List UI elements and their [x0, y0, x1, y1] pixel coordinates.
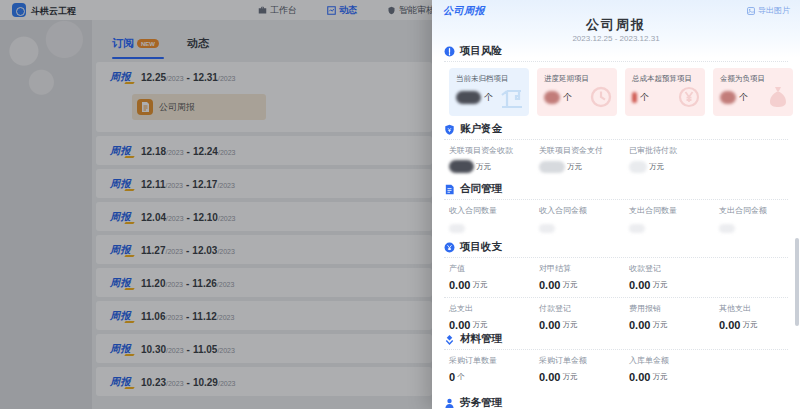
section-title: 项目风险	[460, 44, 502, 58]
redacted-value	[449, 160, 474, 173]
contracts-grid: 收入合同数量 收入合同金额 支出合同数量 支出合同金额	[432, 205, 800, 233]
section-title: 合同管理	[460, 182, 502, 196]
divider	[444, 199, 788, 200]
divider	[444, 297, 788, 298]
redacted-value	[629, 161, 647, 173]
metric-purchase-order-amount: 采购订单金额 0.00万元	[539, 355, 629, 383]
materials-grid: 采购订单数量 0个 采购订单金额 0.00万元 入库单金额 0.00万元	[432, 355, 800, 383]
section-title: 劳务管理	[460, 396, 502, 409]
yuan-icon	[677, 85, 701, 113]
metric-expense-contract-count: 支出合同数量	[629, 205, 719, 233]
metric-output-value: 产值 0.00万元	[449, 263, 539, 291]
metric-owner-settlement: 对甲结算 0.00万元	[539, 263, 629, 291]
metric-income-contract-amount: 收入合同金额	[539, 205, 629, 233]
metric-payment-register: 付款登记 0.00万元	[539, 303, 629, 331]
finance-coin-icon	[444, 242, 455, 253]
funds-grid: 关联项目资金收款 万元 关联项目资金支付 万元 已审批待付款 万元	[432, 145, 800, 173]
redacted-value	[720, 91, 736, 104]
export-image-icon	[747, 7, 755, 15]
section-project-risk: 项目风险 当前未归档项目 个 进度延期项目 个 总成本超预算项目 个	[432, 44, 800, 116]
section-labor-management: 劳务管理	[432, 396, 800, 409]
redacted-value	[539, 224, 555, 233]
metric-total-expense: 总支出 0.00万元	[449, 303, 539, 331]
redacted-value	[629, 224, 645, 233]
metric-approved-pending: 已审批待付款 万元	[629, 145, 719, 173]
finance-grid-row1: 产值 0.00万元 对甲结算 0.00万元 收款登记 0.00万元	[432, 263, 800, 291]
contract-doc-icon	[444, 184, 455, 195]
section-project-finance: 项目收支 产值 0.00万元 对甲结算 0.00万元 收款登记 0.00万元	[432, 240, 800, 331]
metric-inbound-amount: 入库单金额 0.00万元	[629, 355, 719, 383]
section-title: 材料管理	[460, 332, 502, 346]
divider	[444, 349, 788, 350]
risk-alert-icon	[444, 46, 455, 57]
crane-icon	[499, 85, 525, 113]
metric-funds-received: 关联项目资金收款 万元	[449, 145, 539, 173]
metric-income-contract-count: 收入合同数量	[449, 205, 539, 233]
metric-expense-contract-amount: 支出合同金额	[719, 205, 800, 233]
export-image-label: 导出图片	[758, 5, 790, 16]
metric-funds-paid: 关联项目资金支付 万元	[539, 145, 629, 173]
section-title: 账户资金	[460, 122, 502, 136]
section-account-funds: 账户资金 关联项目资金收款 万元 关联项目资金支付 万元 已审批待付款 万元	[432, 122, 800, 173]
drawer-date-range: 2023.12.25 - 2023.12.31	[432, 34, 800, 43]
clock-icon	[589, 85, 613, 113]
app-root: 斗栱云工程 工作台 动态 智能审核 NEW 订阅 NEW	[0, 0, 800, 409]
risk-cards: 当前未归档项目 个 进度延期项目 个 总成本超预算项目 个 金额为负项目 个	[432, 68, 800, 116]
risk-card-delayed: 进度延期项目 个	[537, 68, 617, 116]
redacted-value	[456, 91, 481, 104]
drawer-title: 公司周报	[432, 16, 800, 34]
risk-card-unarchived: 当前未归档项目 个	[449, 68, 529, 116]
materials-icon	[444, 334, 455, 345]
redacted-value	[544, 91, 560, 104]
risk-card-over-budget: 总成本超预算项目 个	[625, 68, 705, 116]
moneybag-icon	[767, 85, 789, 113]
section-material-management: 材料管理 采购订单数量 0个 采购订单金额 0.00万元 入库单金额 0.00万…	[432, 332, 800, 383]
company-report-drawer: 公司周报 导出图片 公司周报 2023.12.25 - 2023.12.31 项…	[432, 0, 800, 409]
redacted-value	[449, 224, 465, 233]
section-title: 项目收支	[460, 240, 502, 254]
metric-other-expense: 其他支出 0.00万元	[719, 303, 800, 331]
redacted-value	[719, 224, 735, 233]
finance-grid-row2: 总支出 0.00万元 付款登记 0.00万元 费用报销 0.00万元 其他支出 …	[432, 303, 800, 331]
redacted-value	[539, 161, 565, 173]
drawer-scrollbar-thumb[interactable]	[795, 238, 799, 326]
section-contract-management: 合同管理 收入合同数量 收入合同金额 支出合同数量 支出合同金额	[432, 182, 800, 233]
redacted-value	[632, 92, 637, 103]
divider	[444, 61, 788, 62]
export-image-button[interactable]: 导出图片	[747, 5, 790, 16]
shield-icon	[444, 124, 455, 135]
divider	[444, 257, 788, 258]
metric-receipt-register: 收款登记 0.00万元	[629, 263, 719, 291]
risk-card-negative-amount: 金额为负项目 个	[713, 68, 793, 116]
divider	[444, 139, 788, 140]
metric-purchase-order-count: 采购订单数量 0个	[449, 355, 539, 383]
metric-expense-reimburse: 费用报销 0.00万元	[629, 303, 719, 331]
person-icon	[444, 398, 455, 409]
